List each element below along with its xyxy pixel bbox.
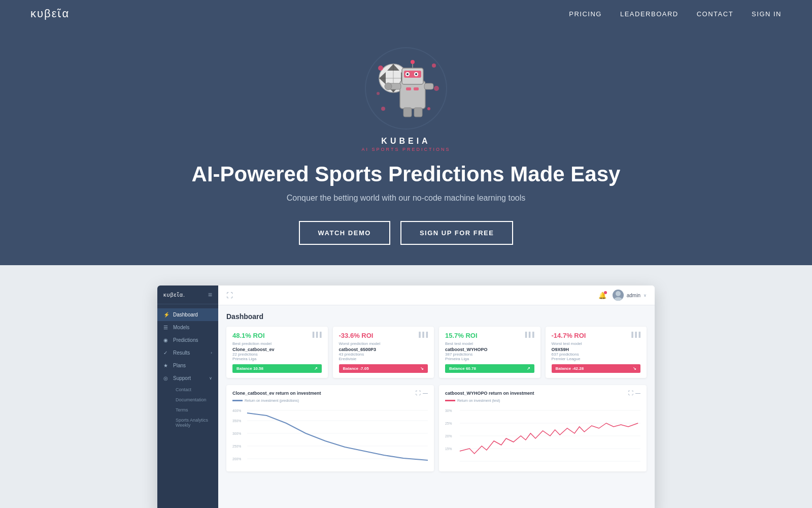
admin-label: admin bbox=[627, 293, 640, 298]
sidebar-sub-analytics[interactable]: Sports Analytics Weekly bbox=[170, 415, 218, 430]
hero-brand-subtitle: AI SPORTS PREDICTIONS bbox=[362, 147, 451, 152]
sidebar-hamburger-icon[interactable]: ≡ bbox=[208, 291, 212, 299]
stat-balance-1: Balance 10.58 bbox=[236, 366, 263, 371]
stat-card-header-1: 48.1% ROI ▐▐▐ bbox=[232, 332, 322, 339]
svg-point-18 bbox=[432, 64, 436, 68]
chart-card-1: Clone_catboost_ev return on investment ⛶… bbox=[226, 385, 434, 471]
stat-label-1: Best prediction model bbox=[232, 341, 322, 346]
hero-section: κυβεῖα PRICING LEADERBOARD CONTACT SIGN … bbox=[0, 0, 812, 265]
stat-predictions-2: 43 predictions bbox=[339, 352, 428, 357]
chart-legend-2: Return on investment (test) bbox=[445, 399, 640, 402]
sidebar-label-models: Models bbox=[173, 325, 189, 330]
stat-card-header-2: -33.6% ROI ▐▐▐ bbox=[339, 332, 428, 339]
signup-button[interactable]: SIGN UP FOR FREE bbox=[400, 221, 514, 245]
legend-label-1: Return on investment (predictions) bbox=[245, 399, 299, 402]
stat-footer-2: Balance -7.05 ↘ bbox=[339, 364, 428, 373]
chart-header-1: Clone_catboost_ev return on investment ⛶… bbox=[232, 390, 428, 396]
bar-chart-icon-2: ▐▐▐ bbox=[417, 332, 428, 337]
sidebar-sub-terms[interactable]: Terms bbox=[170, 405, 218, 415]
kubeia-robot-logo bbox=[355, 38, 457, 139]
expand-icon[interactable]: ⛶ bbox=[226, 292, 233, 299]
sidebar-item-support[interactable]: ◎ Support ∨ bbox=[157, 372, 218, 385]
nav-bar: κυβεῖα PRICING LEADERBOARD CONTACT SIGN … bbox=[0, 0, 812, 27]
bar-chart-icon-3: ▐▐▐ bbox=[523, 332, 534, 337]
support-chevron-icon: ∨ bbox=[209, 376, 212, 380]
stat-footer-4: Balance -42.28 ↘ bbox=[552, 364, 641, 373]
svg-point-20 bbox=[377, 92, 380, 95]
chart-title-1: Clone_catboost_ev return on investment bbox=[232, 391, 321, 396]
svg-point-17 bbox=[378, 66, 383, 71]
chart-expand-icon-2[interactable]: ⛶ bbox=[628, 390, 633, 396]
svg-point-19 bbox=[434, 86, 439, 91]
svg-text:300%: 300% bbox=[232, 432, 241, 435]
stat-model-4: O9X59H bbox=[552, 347, 641, 352]
stat-model-3: catboost_WYHOPO bbox=[445, 347, 534, 352]
chart-card-2: catboost_WYHOPO return on investment ⛶ —… bbox=[439, 385, 647, 471]
legend-label-2: Return on investment (test) bbox=[457, 399, 500, 402]
svg-point-29 bbox=[614, 297, 622, 301]
chart-legend-1: Return on investment (predictions) bbox=[232, 399, 428, 402]
stat-card-best-test: 15.7% ROI ▐▐▐ Best test model catboost_W… bbox=[439, 327, 540, 378]
stat-league-2: Eredivisie bbox=[339, 357, 428, 361]
sidebar-item-models[interactable]: ☰ Models bbox=[157, 321, 218, 334]
stat-label-3: Best test model bbox=[445, 341, 534, 346]
svg-point-14 bbox=[411, 60, 415, 64]
stat-card-worst-prediction: -33.6% ROI ▐▐▐ Worst prediction model ca… bbox=[333, 327, 434, 378]
chart-minus-icon-2[interactable]: — bbox=[635, 390, 640, 396]
results-chevron-icon: › bbox=[211, 351, 212, 355]
sidebar-header: κυβεῖα. ≡ bbox=[157, 285, 218, 304]
sidebar-logo: κυβεῖα. bbox=[163, 292, 185, 298]
stat-footer-3: Balance 60.78 ↗ bbox=[445, 364, 534, 373]
nav-link-leaderboard[interactable]: LEADERBOARD bbox=[620, 10, 679, 18]
sidebar-item-plans[interactable]: ★ Plans bbox=[157, 359, 218, 372]
chart-minus-icon-1[interactable]: — bbox=[423, 390, 428, 396]
hero-main-title: AI-Powered Sports Predictions Made Easy bbox=[192, 162, 621, 186]
stat-model-1: Clone_catboost_ev bbox=[232, 347, 322, 352]
topbar-left: ⛶ bbox=[226, 292, 233, 299]
dashboard-preview-section: κυβεῖα. ≡ ⚡ Dashboard ☰ Models ◉ Predict… bbox=[0, 265, 812, 508]
topbar-right: 🔔 admin ∨ bbox=[598, 290, 647, 301]
legend-line-blue bbox=[232, 400, 243, 401]
svg-rect-16 bbox=[424, 83, 433, 89]
chart-header-2: catboost_WYHOPO return on investment ⛶ — bbox=[445, 390, 640, 396]
chart-expand-icon-1[interactable]: ⛶ bbox=[416, 390, 421, 396]
stat-balance-4: Balance -42.28 bbox=[556, 366, 584, 371]
sidebar-item-predictions[interactable]: ◉ Predictions bbox=[157, 334, 218, 346]
stat-predictions-3: 387 predictions bbox=[445, 352, 534, 357]
svg-rect-26 bbox=[414, 87, 419, 90]
nav-link-contact[interactable]: CONTACT bbox=[697, 10, 733, 18]
chart-controls-1: ⛶ — bbox=[416, 390, 428, 396]
stat-balance-2: Balance -7.05 bbox=[343, 366, 369, 371]
stat-card-header-4: -14.7% ROI ▐▐▐ bbox=[552, 332, 641, 339]
svg-text:350%: 350% bbox=[232, 419, 241, 423]
svg-text:25%: 25% bbox=[445, 422, 452, 425]
svg-rect-25 bbox=[406, 87, 411, 90]
sidebar-item-dashboard[interactable]: ⚡ Dashboard bbox=[157, 308, 218, 321]
chart-title-2: catboost_WYHOPO return on investment bbox=[445, 391, 534, 396]
nav-link-signin[interactable]: SIGN IN bbox=[752, 10, 782, 18]
results-nav-icon: ✓ bbox=[163, 350, 170, 356]
notification-dot bbox=[604, 291, 607, 294]
notification-bell-icon[interactable]: 🔔 bbox=[598, 292, 606, 299]
svg-text:15%: 15% bbox=[445, 447, 452, 451]
legend-line-red bbox=[445, 400, 455, 401]
stat-trend-icon-4: ↘ bbox=[633, 366, 636, 371]
stats-row: 48.1% ROI ▐▐▐ Best prediction model Clon… bbox=[226, 327, 647, 378]
nav-link-pricing[interactable]: PRICING bbox=[569, 10, 602, 18]
stat-card-header-3: 15.7% ROI ▐▐▐ bbox=[445, 332, 534, 339]
sidebar-sub-documentation[interactable]: Documentation bbox=[170, 395, 218, 405]
admin-menu[interactable]: admin ∨ bbox=[613, 290, 647, 301]
stat-trend-icon-1: ↗ bbox=[314, 366, 318, 371]
svg-text:30%: 30% bbox=[445, 409, 452, 412]
bar-chart-icon-1: ▐▐▐ bbox=[311, 332, 321, 337]
chart-controls-2: ⛶ — bbox=[628, 390, 640, 396]
watch-demo-button[interactable]: WATCH DEMO bbox=[299, 221, 390, 245]
nav-links: PRICING LEADERBOARD CONTACT SIGN IN bbox=[569, 10, 782, 18]
svg-text:200%: 200% bbox=[232, 457, 241, 461]
main-content: ⛶ 🔔 admin ∨ Das bbox=[218, 285, 655, 508]
stat-trend-icon-2: ↘ bbox=[420, 366, 424, 371]
svg-text:400%: 400% bbox=[232, 409, 241, 412]
sidebar-sub-contact[interactable]: Contact bbox=[170, 385, 218, 395]
sidebar-item-results[interactable]: ✓ Results › bbox=[157, 346, 218, 359]
avatar bbox=[613, 290, 624, 301]
